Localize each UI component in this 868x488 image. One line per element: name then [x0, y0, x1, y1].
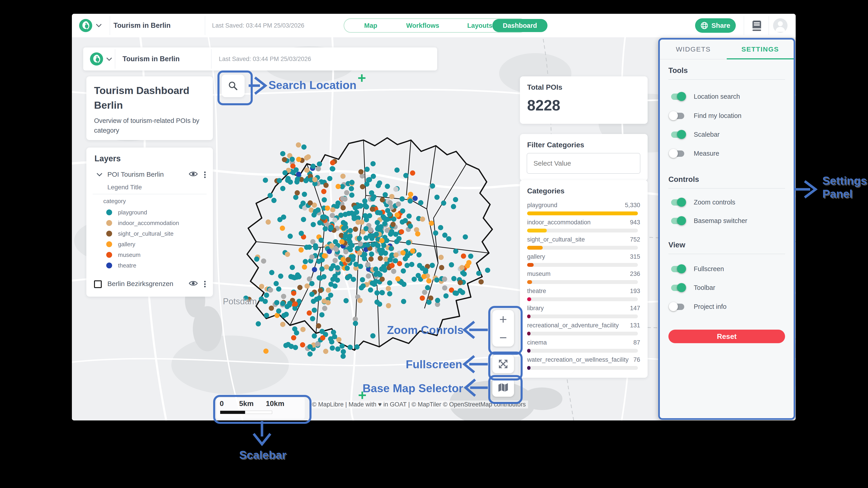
layer-options-kebab-icon[interactable] [204, 280, 206, 288]
category-bar [527, 366, 530, 370]
zoom-controls: + − [492, 310, 514, 347]
setting-row: Zoom controls [669, 197, 786, 207]
divider [115, 49, 115, 69]
zoom-out-button[interactable]: − [492, 328, 514, 347]
section-title-view: View [669, 240, 685, 249]
tab-map[interactable]: Map [364, 22, 377, 29]
layer-options-kebab-icon[interactable] [204, 170, 206, 179]
layer-row-boundaries[interactable]: Berlin Bezirksgrenzen [86, 280, 213, 290]
tab-dashboard[interactable]: Dashboard [492, 19, 547, 32]
layer-visibility-eye-icon[interactable] [189, 170, 198, 178]
project-menu-chevron-icon[interactable] [95, 23, 102, 28]
toggle-fullscreen[interactable] [670, 264, 685, 273]
toggle-scalebar[interactable] [670, 130, 685, 139]
category-row: water_recreation_or_wellness_facility76 [527, 356, 640, 372]
filter-label: Filter Categories [527, 141, 584, 149]
annotation-label-zoom: Zoom Conrols [387, 324, 464, 337]
filter-categories-widget: Filter Categories [520, 134, 648, 181]
tab-layouts[interactable]: Layouts [467, 22, 492, 29]
layer-name: Berlin Bezirksgrenzen [107, 280, 174, 288]
annotation-arrow-scalebar [251, 421, 273, 446]
basemap-selector-button[interactable] [492, 378, 514, 397]
category-bar [527, 229, 547, 232]
last-saved-text: Last Saved: 03:44 PM 25/03/2026 [212, 14, 304, 37]
scalebar-tick: 5km [239, 399, 254, 408]
annotation-label-search: Search Location [269, 78, 356, 92]
category-row: theatre193 [527, 288, 640, 303]
toggle-find-my-location[interactable] [670, 111, 685, 120]
add-marker-icon: + [358, 73, 366, 83]
project-title: Tourism in Berlin [114, 14, 170, 37]
category-row: museum236 [527, 270, 640, 286]
scalebar: 0 5km 10km [217, 398, 305, 419]
goat-logo-icon[interactable] [90, 53, 103, 66]
map-header-bar: Tourism in Berlin Last Saved: 03:44 PM 2… [83, 47, 437, 70]
toggle-toolbar[interactable] [670, 283, 685, 292]
category-bar [527, 349, 530, 353]
tab-workflows[interactable]: Workflows [406, 22, 439, 29]
legend-item: museum [106, 252, 141, 258]
toggle-location-search[interactable] [670, 92, 685, 101]
legend-item: playground [106, 209, 147, 216]
collapse-chevron-icon[interactable] [96, 172, 103, 177]
categories-title: Categories [527, 187, 564, 195]
scalebar-tick: 0 [220, 399, 224, 408]
total-pois-label: Total POIs [527, 83, 562, 92]
project-title: Tourism in Berlin [123, 47, 180, 70]
scalebar-segment [220, 411, 245, 414]
panel-tab-bar: WIDGETS SETTINGS [660, 39, 794, 59]
setting-row: Project info [669, 301, 786, 312]
user-avatar[interactable] [773, 18, 787, 33]
section-title-controls: Controls [669, 175, 699, 184]
category-bar [527, 246, 543, 250]
map-place-label: Potsdam [223, 297, 257, 306]
location-search-button[interactable] [221, 74, 245, 97]
annotation-label-scalebar: Scalebar [239, 449, 286, 462]
toggle-zoom-controls[interactable] [670, 198, 685, 207]
category-row: recreational_or_adventure_facility131 [527, 322, 640, 338]
legend-title: Legend Title [107, 184, 142, 191]
divider [769, 16, 769, 35]
category-row: cinema87 [527, 339, 640, 355]
layer-row-poi[interactable]: POI Tourism Berlin [86, 170, 213, 181]
toggle-basemap-switcher[interactable] [670, 216, 685, 225]
category-row: sight_or_cultural_site752 [527, 236, 640, 252]
search-icon [228, 80, 239, 91]
polygon-symbol [94, 281, 102, 288]
legend-color-dot [106, 263, 112, 268]
zoom-in-button[interactable]: + [492, 310, 514, 328]
goat-logo-icon[interactable] [79, 19, 92, 32]
divider [669, 79, 785, 80]
category-bar [527, 263, 534, 267]
category-bar [527, 212, 638, 215]
top-bar: Tourism in Berlin Last Saved: 03:44 PM 2… [72, 14, 796, 37]
scalebar-segment [245, 411, 272, 414]
project-menu-chevron-icon[interactable] [106, 57, 113, 61]
legend-item: sight_or_cultural_site [106, 230, 174, 237]
toggle-project-info[interactable] [670, 302, 685, 311]
total-pois-value: 8228 [527, 97, 560, 114]
reset-button[interactable]: Reset [669, 330, 785, 343]
total-pois-widget: Total POIs 8228 [520, 76, 648, 124]
view-tab-group: Map Workflows Layouts Dashboard [344, 18, 527, 33]
last-saved-text: Last Saved: 03:44 PM 25/03/2026 [219, 47, 311, 70]
divider [205, 16, 205, 35]
legend-item: indoor_accommodation [106, 220, 179, 226]
filter-select-input[interactable] [527, 153, 640, 174]
tab-widgets[interactable]: WIDGETS [660, 39, 727, 59]
documentation-book-icon[interactable] [751, 20, 763, 32]
annotation-label-basemap: Base Map Selector [363, 382, 463, 395]
fullscreen-button[interactable] [492, 355, 514, 373]
legend-color-dot [106, 220, 112, 226]
globe-icon [701, 22, 708, 29]
tab-settings[interactable]: SETTINGS [727, 39, 794, 59]
layer-visibility-eye-icon[interactable] [189, 280, 198, 287]
toggle-measure[interactable] [670, 149, 685, 158]
dashboard-title-widget: Tourism Dashboard Berlin Overview of tou… [86, 76, 213, 140]
category-bar [527, 280, 532, 284]
share-button[interactable]: Share [695, 18, 736, 33]
category-row: library147 [527, 305, 640, 321]
setting-row: Fullscreen [669, 263, 786, 274]
folded-map-icon [498, 383, 508, 392]
settings-panel: WIDGETS SETTINGS Tools Location search F… [658, 38, 795, 420]
